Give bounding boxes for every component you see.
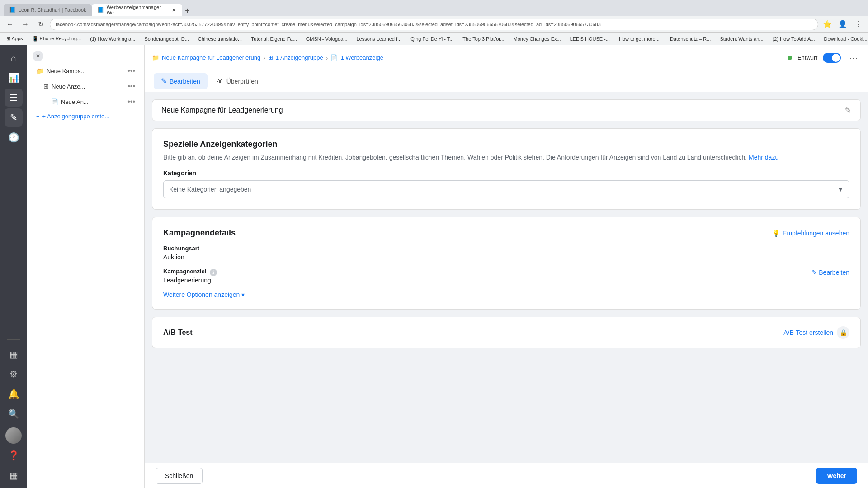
spezielle-kategorien-desc-text: Bitte gib an, ob deine Anzeigen im Zusam… [163, 154, 747, 161]
forward-button[interactable]: → [19, 18, 32, 31]
bookmark-14[interactable]: Download - Cooki... [821, 35, 868, 42]
add-icon: + [36, 113, 40, 120]
tree-item-adgroup-more[interactable]: ••• [127, 82, 135, 90]
bell-icon: 🔔 [8, 389, 19, 399]
top-nav-actions: Entwurf ⋯ [788, 51, 861, 65]
close-button[interactable]: Schließen [156, 468, 203, 484]
profile-button[interactable]: 👤 [836, 18, 849, 31]
tree-item-campaign[interactable]: 📁 Neue Kampa... ••• [31, 64, 141, 78]
ueberpruefen-icon: 👁 [217, 77, 224, 85]
more-button[interactable]: ⋯ [846, 51, 861, 65]
back-button[interactable]: ← [4, 18, 16, 31]
kampagnendetails-card: Kampagnendetails 💡 Empfehlungen ansehen … [152, 217, 861, 310]
mehr-dazu-link[interactable]: Mehr dazu [749, 154, 778, 161]
lightbulb-icon: 💡 [772, 230, 780, 237]
sidebar-icon-edit[interactable]: ✎ [5, 108, 23, 127]
bookmark-money[interactable]: Money Changes Ex... [510, 35, 563, 42]
info-icon[interactable]: ℹ [210, 269, 217, 276]
add-adgroup-label: + Anzeigengruppe erste... [42, 113, 110, 120]
mehr-optionen-button[interactable]: Weitere Optionen anzeigen ▾ [163, 291, 849, 298]
kategorien-select[interactable]: Keine Kategorien angegeben ▼ [163, 180, 849, 198]
bookmark-6[interactable]: Lessons Learned f... [354, 35, 404, 42]
bookmark-3[interactable]: Chinese translatio... [195, 35, 245, 42]
kampagnendetails-header: Kampagnendetails 💡 Empfehlungen ansehen [163, 228, 849, 238]
tab-ueberpruefen[interactable]: 👁 Überprüfen [209, 74, 265, 89]
tab-close-button[interactable]: ✕ [171, 7, 176, 13]
tab-favicon: 📘 [9, 7, 16, 13]
breadcrumb: 📁 Neue Kampagne für Leadgenerierung › ⊞ … [152, 54, 784, 61]
sidebar-icon-settings[interactable]: ⚙ [5, 365, 23, 383]
new-tab-button[interactable]: + [182, 5, 193, 16]
tree-item-ad-more[interactable]: ••• [127, 98, 135, 106]
tree-panel: ✕ 📁 Neue Kampa... ••• ⊞ Neue Anze... •••… [27, 45, 145, 488]
spezielle-kategorien-card: Spezielle Anzeigenkategorien Bitte gib a… [152, 128, 861, 210]
dropdown-chevron-icon: ▼ [837, 186, 844, 193]
bookmark-4[interactable]: Tutorial: Eigene Fa... [248, 35, 300, 42]
breadcrumb-ad-label: 1 Werbeanzeige [340, 54, 383, 61]
sidebar-avatar-container[interactable] [5, 427, 23, 445]
bottom-bar: Schließen Weiter [145, 463, 868, 488]
buchungsart-group: Buchungsart Auktion [163, 245, 849, 261]
bookmark-phone[interactable]: 📱 Phone Recycling... [29, 35, 84, 42]
more-chrome-button[interactable]: ⋮ [852, 18, 864, 31]
kampagnenziel-edit-link[interactable]: ✎ Bearbeiten [811, 269, 849, 276]
close-icon: ✕ [36, 53, 40, 59]
extensions-button[interactable]: ⭐ [821, 18, 834, 31]
tab-label: Leon R. Chaudhari | Facebook [19, 7, 86, 13]
sidebar-icon-menu[interactable]: ☰ [5, 89, 23, 107]
sidebar-icon-search[interactable]: 🔍 [5, 405, 23, 423]
sidebar-icon-bell[interactable]: 🔔 [5, 385, 23, 403]
bookmark-10[interactable]: How to get more ... [616, 35, 664, 42]
bookmark-apps[interactable]: ⊞ Apps [4, 35, 26, 42]
breadcrumb-campaign[interactable]: 📁 Neue Kampagne für Leadgenerierung [152, 54, 260, 61]
sidebar-icon-grid[interactable]: ▦ [5, 345, 23, 363]
tree-item-ad[interactable]: 📄 Neue An... ••• [31, 95, 141, 108]
reload-button[interactable]: ↻ [34, 18, 47, 31]
bookmark-13[interactable]: (2) How To Add A... [770, 35, 818, 42]
add-adgroup-button[interactable]: + + Anzeigengruppe erste... [31, 110, 141, 122]
bookmark-5[interactable]: GMSN - Vologda... [303, 35, 350, 42]
lock-icon: 🔒 [840, 329, 847, 336]
bookmark-11[interactable]: Datenschutz – R... [667, 35, 714, 42]
ab-test-erstellen-button[interactable]: A/B-Test erstellen [783, 329, 833, 336]
gear-icon: ⚙ [9, 369, 18, 380]
buchungsart-value: Auktion [163, 253, 849, 261]
empfehlungen-button[interactable]: 💡 Empfehlungen ansehen [772, 230, 849, 237]
sidebar-icon-chart[interactable]: 📊 [5, 69, 23, 87]
kampagnenziel-group: Kampagnenziel ℹ ✎ Bearbeiten Leadgenerie… [163, 268, 849, 284]
campaign-name-input[interactable]: Neue Kampagne für Leadgenerierung [161, 106, 844, 114]
tab-ueberpruefen-label: Überprüfen [226, 78, 258, 85]
main-content: 📁 Neue Kampagne für Leadgenerierung › ⊞ … [145, 45, 868, 488]
tab-label-active: Werbeanzeigenmanager - We... [107, 5, 169, 15]
kampagnenziel-value: Leadgenerierung [163, 277, 849, 284]
sidebar-icon-clock[interactable]: 🕐 [5, 128, 23, 146]
tree-close-button[interactable]: ✕ [33, 51, 43, 61]
breadcrumb-sep-2: › [326, 54, 328, 61]
bookmark-12[interactable]: Student Wants an... [717, 35, 766, 42]
breadcrumb-ad[interactable]: 📄 1 Werbeanzeige [330, 54, 383, 61]
content-scroll[interactable]: Neue Kampagne für Leadgenerierung ✎ Spez… [145, 92, 868, 463]
next-button[interactable]: Weiter [816, 468, 857, 484]
tree-item-adgroup[interactable]: ⊞ Neue Anze... ••• [31, 80, 141, 93]
tree-item-campaign-more[interactable]: ••• [127, 67, 135, 75]
tab-bearbeiten-label: Bearbeiten [170, 78, 200, 85]
menu-icon: ☰ [9, 92, 18, 103]
bookmark-8[interactable]: The Top 3 Platfor... [460, 35, 507, 42]
tab-adsmanager[interactable]: 📘 Werbeanzeigenmanager - We... ✕ [92, 4, 182, 16]
address-bar[interactable]: facebook.com/adsmanager/manage/campaigns… [50, 19, 818, 30]
tree-item-campaign-label: Neue Kampa... [47, 68, 125, 75]
bookmark-9[interactable]: LEE'S HOUSE -... [567, 35, 613, 42]
bookmark-2[interactable]: Sonderangebot: D... [142, 35, 191, 42]
bookmark-1[interactable]: (1) How Working a... [87, 35, 138, 42]
tab-bearbeiten[interactable]: ✎ Bearbeiten [154, 73, 208, 89]
sidebar-icon-home[interactable]: ⌂ [5, 49, 23, 67]
tab-facebook[interactable]: 📘 Leon R. Chaudhari | Facebook [4, 4, 92, 16]
bookmark-7[interactable]: Qing Fei De Yi - T... [408, 35, 456, 42]
sidebar-icon-table[interactable]: ▦ [5, 466, 23, 484]
campaign-breadcrumb-icon: 📁 [152, 54, 159, 61]
sidebar-icon-help[interactable]: ❓ [5, 446, 23, 465]
kampagnenziel-row: Kampagnenziel ℹ ✎ Bearbeiten [163, 268, 849, 277]
breadcrumb-adgroup[interactable]: ⊞ 1 Anzeigengruppe [268, 54, 323, 61]
toggle-switch[interactable] [823, 53, 841, 63]
breadcrumb-adgroup-label: 1 Anzeigengruppe [276, 54, 323, 61]
